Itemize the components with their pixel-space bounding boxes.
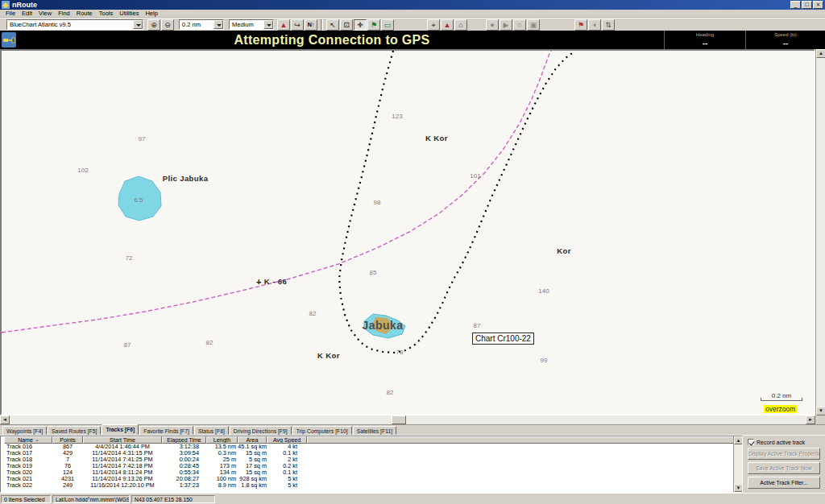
find-nearest-poi-button[interactable]: ▲ (441, 19, 454, 31)
app-icon (2, 1, 10, 9)
menu-help[interactable]: Help (142, 10, 160, 18)
scroll-down-icon[interactable]: ▼ (816, 407, 825, 415)
h-scroll-thumb[interactable] (392, 415, 406, 424)
track-table-row[interactable]: Track 02012411/14/2014 8:11:24 PM0:55:34… (4, 469, 742, 476)
active-track-panel: Record active track Display Active Track… (743, 436, 825, 493)
tab-trip-computers-f10[interactable]: Trip Computers [F10] (292, 426, 352, 435)
track-table-row[interactable]: Track 018711/14/2014 7:41:25 PM0:00:2425… (4, 456, 742, 463)
column-header-name[interactable]: Name (4, 436, 52, 444)
menu-utilities[interactable]: Utilities (116, 10, 142, 18)
window-title: nRoute (12, 1, 790, 10)
flag-waypoint-tool-button[interactable]: ⚑ (367, 19, 380, 31)
depth-sounding: 85 (370, 269, 377, 276)
current-position-button[interactable]: ▣ (527, 19, 540, 31)
table-cell: 5 sq m (238, 456, 267, 463)
tab-satellites-f11[interactable]: Satellites [F11] (353, 426, 396, 435)
select-tool-button[interactable]: ↖ (326, 19, 339, 31)
record-active-track-checkbox[interactable] (748, 439, 754, 445)
tab-favorite-finds-f7[interactable]: Favorite Finds [F7] (139, 426, 193, 435)
menu-file[interactable]: File (2, 10, 19, 18)
tab-driving-directions-f9[interactable]: Driving Directions [F9] (230, 426, 292, 435)
zoom-scale-select[interactable]: 0.2 nm (179, 19, 224, 30)
close-button[interactable]: × (813, 1, 823, 9)
scroll-up-icon[interactable]: ▲ (816, 49, 825, 58)
display-active-track-properties-button[interactable]: Display Active Track Properties (748, 448, 820, 460)
goto-home-button[interactable]: ⌂ (454, 19, 467, 31)
track-table-row[interactable]: Track 0197611/14/2014 7:42:18 PM0:28:451… (4, 463, 742, 469)
gps-status-message: Attempting Connection to GPS (0, 31, 664, 49)
table-header-row: NamePointsStart TimeElapsed TimeLengthAr… (4, 436, 742, 444)
table-vertical-scrollbar[interactable]: ▲ ▼ (733, 436, 742, 492)
place-label-k-kor: K Kor (425, 134, 448, 143)
play-button[interactable]: ▶ (500, 19, 512, 31)
menu-find[interactable]: Find (55, 10, 73, 18)
record-active-track-option[interactable]: Record active track (748, 439, 823, 445)
table-cell: 3:09:54 (162, 450, 206, 456)
tab-status-f8[interactable]: Status [F8] (194, 426, 229, 435)
speaker-button[interactable]: ◖ (588, 19, 601, 31)
man-overboard-button[interactable]: ⚑ (574, 19, 587, 31)
record-active-track-label: Record active track (757, 440, 805, 445)
heading-readout: Heading -- (664, 31, 745, 49)
table-cell: 3:12:38 (162, 444, 206, 450)
detail-level-select[interactable]: Medium (229, 19, 274, 30)
place-label-kor: Kor (557, 246, 571, 255)
h-scroll-track[interactable] (10, 415, 806, 424)
chevron-down-icon[interactable] (214, 20, 223, 29)
chevron-down-icon[interactable] (263, 20, 273, 29)
maximize-button[interactable]: □ (802, 1, 812, 9)
find-nearest-button[interactable]: ▲ (277, 19, 290, 31)
stop-icon: ○ (517, 21, 521, 29)
scrollbar-corner (815, 415, 825, 424)
zoom-out-button[interactable]: ⊖ (161, 19, 174, 31)
column-header-length[interactable]: Length (206, 436, 238, 444)
active-track-filter-button[interactable]: Active Track Filter... (748, 477, 820, 489)
scroll-left-icon[interactable]: ◄ (0, 415, 10, 424)
map-horizontal-scrollbar[interactable]: ◄ ► (0, 415, 825, 424)
column-header-start-time[interactable]: Start Time (83, 436, 162, 444)
menu-view[interactable]: View (35, 10, 55, 18)
track-table-row[interactable]: Track 021423111/14/2014 9:13:26 PM20:08:… (4, 476, 742, 482)
track-table-row[interactable]: Track 02224911/16/2014 12:20:10 PM1:37:2… (4, 482, 742, 489)
table-cell: 0.2 kt (267, 463, 307, 469)
chevron-down-icon[interactable] (133, 20, 143, 29)
overzoom-badge: overzoom (764, 405, 797, 413)
minimize-button[interactable]: _ (790, 1, 801, 9)
menu-edit[interactable]: Edit (19, 10, 35, 18)
measure-tool-button[interactable]: ▭ (381, 19, 394, 31)
north-up-button[interactable]: N↑ (305, 19, 317, 31)
zoom-in-button[interactable]: ⊕ (147, 19, 160, 31)
chart-product-select[interactable]: BlueChart Atlantic v9.5 (6, 19, 143, 30)
tracks-table: NamePointsStart TimeElapsed TimeLengthAr… (0, 436, 743, 493)
menu-tools[interactable]: Tools (96, 10, 117, 18)
zoom-box-tool-button[interactable]: ⊡ (340, 19, 353, 31)
chart-map[interactable]: 97102721239810185828287788287991406.5Pli… (0, 49, 815, 415)
column-header-points[interactable]: Points (52, 436, 83, 444)
table-cell-filler (307, 456, 742, 463)
find-button[interactable]: ⌖ (427, 19, 440, 31)
table-cell: Track 020 (4, 469, 52, 476)
route-redo-button[interactable]: ↪ (291, 19, 304, 31)
scroll-right-icon[interactable]: ► (806, 415, 815, 424)
menu-route[interactable]: Route (73, 10, 96, 18)
tab-waypoints-f4[interactable]: Waypoints [F4] (2, 426, 47, 435)
stop-button[interactable]: ○ (513, 19, 526, 31)
column-header-avg-speed[interactable]: Avg Speed (267, 436, 307, 444)
save-active-track-now-button[interactable]: Save Active Track Now (748, 462, 820, 474)
map-vertical-scrollbar[interactable]: ▲ ▼ (815, 49, 825, 415)
tab-saved-routes-f5[interactable]: Saved Routes [F5] (48, 426, 101, 435)
scroll-down-icon[interactable]: ▼ (734, 484, 743, 492)
menu-bar: FileEditViewFindRouteToolsUtilitiesHelp (0, 10, 825, 18)
track-table-row[interactable]: Track 01742911/14/2014 4:31:15 PM3:09:54… (4, 450, 742, 456)
goto-home-icon: ⌂ (458, 21, 462, 29)
column-header-elapsed-time[interactable]: Elapsed Time (162, 436, 206, 444)
tab-tracks-f6[interactable]: Tracks [F6] (102, 424, 139, 435)
pan-hand-tool-button[interactable]: ✚ (354, 19, 367, 31)
track-table-row[interactable]: Track 0168674/4/2014 1:46:44 PM3:12:3813… (4, 444, 742, 450)
record-button[interactable]: ● (486, 19, 499, 31)
scroll-up-icon[interactable]: ▲ (734, 436, 743, 444)
pedestrian-mode-button[interactable]: ⇅ (602, 19, 615, 31)
table-cell: 2 kt (267, 456, 307, 463)
column-header-area[interactable]: Area (238, 436, 267, 444)
selection-status: 0 Items Selected (1, 495, 51, 503)
